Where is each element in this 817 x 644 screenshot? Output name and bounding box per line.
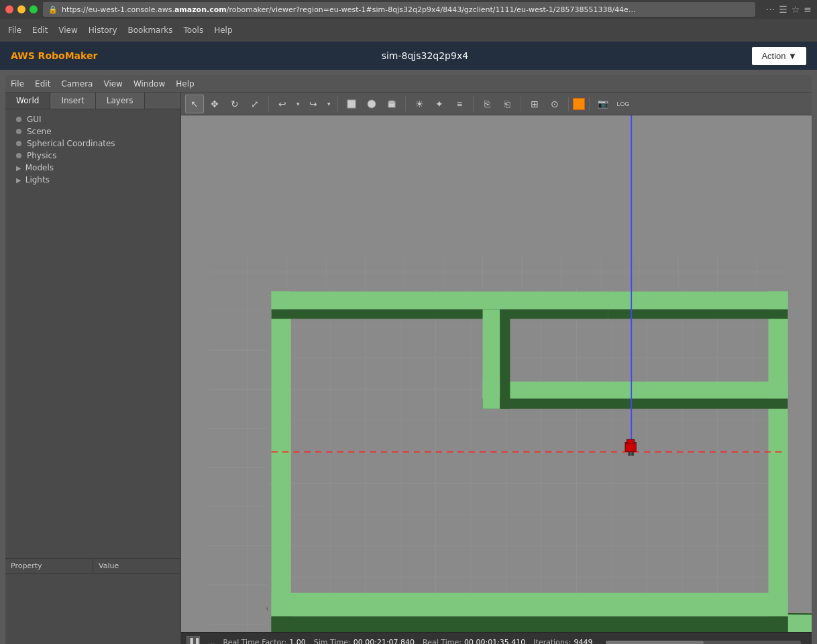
- gz-menu-view[interactable]: View: [103, 79, 122, 89]
- separator-7: [589, 97, 590, 111]
- tab-layers[interactable]: Layers: [96, 93, 145, 109]
- tab-insert[interactable]: Insert: [50, 93, 95, 109]
- select-tool-button[interactable]: ↖: [185, 95, 204, 113]
- box-button[interactable]: [342, 95, 361, 113]
- tree-item-scene[interactable]: Scene: [5, 125, 180, 138]
- scale-tool-button[interactable]: ⤢: [246, 95, 264, 113]
- close-button[interactable]: [5, 5, 13, 13]
- menu-icon[interactable]: ≡: [804, 4, 812, 15]
- sunlight-button[interactable]: ☀: [410, 95, 429, 113]
- gz-tree: GUI Scene Spherical Coordinates Physics …: [5, 109, 180, 558]
- real-time-value: 00 00:01:35.410: [464, 638, 525, 644]
- menu-tools[interactable]: Tools: [184, 25, 204, 35]
- pause-button[interactable]: ▐▐: [186, 636, 200, 645]
- svg-marker-69: [608, 309, 787, 319]
- gz-menu-file[interactable]: File: [11, 79, 24, 89]
- separator-3: [405, 97, 406, 111]
- color-button[interactable]: [573, 98, 585, 110]
- rotate-tool-button[interactable]: ↻: [225, 95, 244, 113]
- tree-item-label: GUI: [27, 115, 42, 124]
- sim-time-label: Sim Time:: [314, 638, 351, 644]
- cylinder-button[interactable]: [382, 95, 401, 113]
- snap-button[interactable]: ⊙: [545, 95, 564, 113]
- spotlines-button[interactable]: ≡: [450, 95, 469, 113]
- paste-button[interactable]: ⎗: [498, 95, 516, 113]
- tree-item-lights[interactable]: ▶ Lights: [5, 174, 180, 186]
- gz-menu-camera[interactable]: Camera: [61, 79, 93, 89]
- align-button[interactable]: ⊞: [525, 95, 544, 113]
- svg-point-1: [368, 100, 376, 108]
- redo-dropdown-button[interactable]: ▾: [324, 95, 333, 113]
- action-button[interactable]: Action ▼: [752, 47, 806, 65]
- arrow-icon: ▶: [16, 164, 21, 172]
- separator-5: [521, 97, 521, 111]
- more-icon[interactable]: ···: [766, 4, 775, 15]
- browser-menu: File Edit View History Bookmarks Tools H…: [8, 25, 233, 35]
- gz-property-panel: Property Value: [5, 558, 180, 644]
- svg-rect-0: [347, 100, 356, 108]
- separator-1: [268, 97, 269, 111]
- traffic-lights: [5, 5, 38, 13]
- maximize-button[interactable]: [30, 5, 38, 13]
- menu-file[interactable]: File: [8, 25, 21, 35]
- separator-6: [568, 97, 569, 111]
- sim-title: sim-8qjs32q2p9x4: [382, 50, 468, 61]
- url-text: https://eu-west-1.console.aws.amazon.com…: [62, 5, 750, 14]
- url-bar[interactable]: 🔒 https://eu-west-1.console.aws.amazon.c…: [43, 2, 755, 17]
- separator-4: [473, 97, 474, 111]
- iterations-value: 9449: [574, 638, 592, 644]
- reader-icon[interactable]: ☰: [779, 4, 787, 15]
- browser-navbar: File Edit View History Bookmarks Tools H…: [0, 19, 817, 42]
- separator-2: [337, 97, 338, 111]
- tree-item-spherical[interactable]: Spherical Coordinates: [5, 138, 180, 150]
- svg-rect-74: [629, 452, 631, 456]
- gz-main: World Insert Layers GUI Scene Spherical …: [5, 93, 812, 644]
- gz-viewport-area: ↖ ✥ ↻ ⤢ ↩ ▾ ↪ ▾: [181, 93, 812, 644]
- pointlight-button[interactable]: ✦: [430, 95, 449, 113]
- sphere-button[interactable]: [362, 95, 381, 113]
- menu-view[interactable]: View: [58, 25, 77, 35]
- gz-3d-viewport[interactable]: [181, 115, 812, 632]
- aws-brand: AWS RoboMaker: [11, 50, 97, 61]
- property-header: Property Value: [5, 559, 180, 574]
- tree-item-label: Scene: [27, 127, 52, 136]
- menu-help[interactable]: Help: [214, 25, 232, 35]
- undo-button[interactable]: ↩: [273, 95, 292, 113]
- loading-dots: ...: [208, 638, 215, 644]
- iterations: Iterations: 9449: [533, 638, 592, 644]
- translate-tool-button[interactable]: ✥: [205, 95, 224, 113]
- menu-edit[interactable]: Edit: [32, 25, 48, 35]
- aws-header: AWS RoboMaker sim-8qjs32q2p9x4 Action ▼: [0, 42, 817, 70]
- log-button[interactable]: LOG: [614, 95, 633, 113]
- svg-marker-62: [272, 292, 608, 310]
- app-container: File Edit Camera View Window Help World …: [5, 75, 812, 644]
- real-time-factor: Real Time Factor: 1.00: [223, 638, 306, 644]
- redo-button[interactable]: ↪: [304, 95, 323, 113]
- camera-button[interactable]: 📷: [594, 95, 612, 113]
- svg-marker-57: [272, 616, 788, 632]
- gz-menu-edit[interactable]: Edit: [35, 79, 50, 89]
- copy-button[interactable]: ⎘: [478, 95, 496, 113]
- tree-item-label: Spherical Coordinates: [27, 139, 115, 148]
- gz-menu-help[interactable]: Help: [176, 79, 194, 89]
- tab-world[interactable]: World: [5, 93, 50, 109]
- menu-history[interactable]: History: [89, 25, 117, 35]
- bullet-icon: [16, 117, 21, 122]
- minimize-button[interactable]: [17, 5, 25, 13]
- tree-item-models[interactable]: ▶ Models: [5, 162, 180, 174]
- bookmark-icon[interactable]: ☆: [792, 4, 800, 15]
- tree-item-physics[interactable]: Physics: [5, 150, 180, 162]
- arrow-icon: ▶: [16, 176, 21, 184]
- gz-menu-window[interactable]: Window: [133, 79, 165, 89]
- svg-marker-56: [272, 593, 788, 616]
- svg-rect-73: [627, 439, 635, 443]
- undo-dropdown-button[interactable]: ▾: [293, 95, 303, 113]
- svg-marker-60: [768, 292, 787, 616]
- gz-panel-tabs: World Insert Layers: [5, 93, 180, 109]
- svg-marker-64: [483, 382, 788, 399]
- menu-bookmarks[interactable]: Bookmarks: [128, 25, 173, 35]
- svg-point-3: [388, 101, 395, 103]
- tree-item-gui[interactable]: GUI: [5, 113, 180, 125]
- svg-rect-72: [625, 443, 636, 452]
- svg-marker-63: [272, 309, 608, 319]
